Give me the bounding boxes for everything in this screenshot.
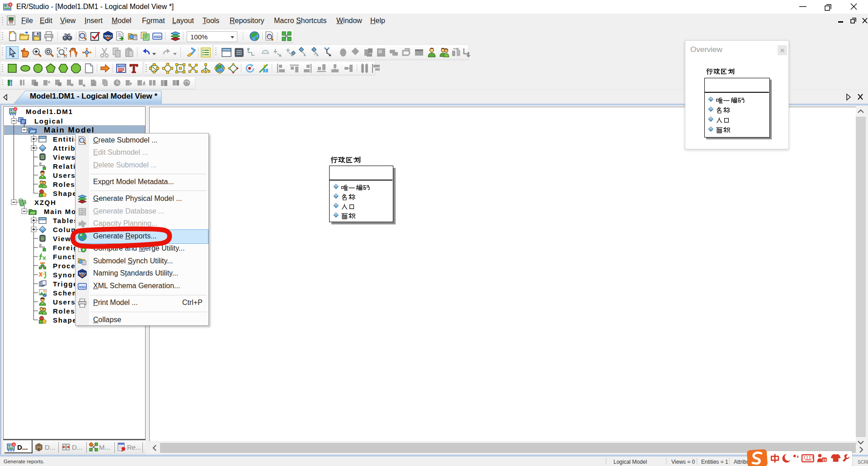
svg-text:TITLE: TITLE <box>118 65 124 67</box>
svg-text:23: 23 <box>822 458 826 462</box>
svg-text:NSU: NSU <box>104 34 112 38</box>
svg-text:XSD: XSD <box>154 35 161 39</box>
svg-text:XSD: XSD <box>79 285 85 289</box>
svg-text:NSU: NSU <box>79 272 86 275</box>
